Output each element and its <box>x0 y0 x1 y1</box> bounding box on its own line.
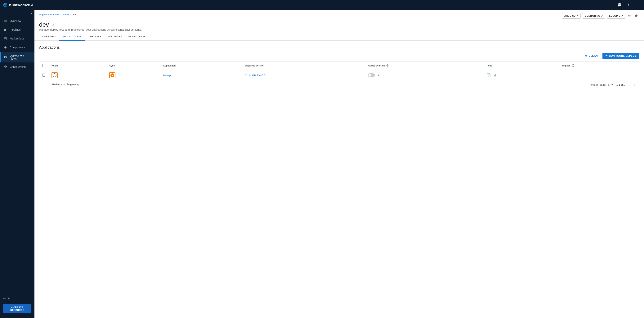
sidebar-collapse-area: ‹ <box>0 10 34 17</box>
tab-applications[interactable]: APPLICATIONS <box>59 33 84 41</box>
tab-variables[interactable]: VARIABLES <box>104 33 125 41</box>
info-button[interactable]: ℹ <box>626 2 632 8</box>
breadcrumb-demo[interactable]: demo <box>62 13 69 16</box>
sidebar-item-label-pipelines: Pipelines <box>10 28 21 31</box>
rows-per-page-control: Rows per page: 5 10 25 <box>590 83 613 86</box>
tab-pipelines[interactable]: PIPELINES <box>84 33 104 41</box>
monitoring-button[interactable]: MONITORING ↗ <box>582 13 605 19</box>
deployment-flows-icon: ⧉ <box>4 55 8 59</box>
sidebar-item-deployment-flows[interactable]: ⧉ Deployment Flows <box>0 52 34 63</box>
main-layout: ‹ ⊞ Overview ▶ Pipelines 🛒 Marketplace ◈… <box>0 10 644 318</box>
pods-terminal-icon[interactable]: 🖥 <box>493 73 496 77</box>
values-override-info-icon[interactable]: ⓘ <box>386 64 389 67</box>
row-values-cell: ↗ <box>365 70 484 81</box>
configure-deploy-icon: ✏ <box>606 54 608 57</box>
tab-overview[interactable]: OVERVIEW <box>39 33 59 41</box>
page-header-actions: ARGO CD ↗ MONITORING ↗ LOGGING ↗ ✏ 🗑 <box>562 13 640 19</box>
create-resource-label: + CREATE RESOURCE <box>6 306 29 311</box>
breadcrumb: Deployment Flows / demo / dev <box>39 13 76 16</box>
ingress-info-icon[interactable]: ⓘ <box>572 64 574 67</box>
row-checkbox-cell <box>39 70 48 81</box>
row-pods-cell: 📄 🖥 <box>484 70 559 81</box>
page-subtitle: Manage, deploy, test, and troubleshoot y… <box>39 28 640 31</box>
sidebar-item-label-marketplace: Marketplace <box>10 37 24 40</box>
rows-per-page-select[interactable]: 5 10 25 <box>607 83 613 86</box>
breadcrumb-deployment-flows[interactable]: Deployment Flows <box>39 13 60 16</box>
overview-icon: ⊞ <box>4 19 8 23</box>
row-checkbox[interactable] <box>42 74 45 77</box>
configure-deploy-button[interactable]: ✏ CONFIGURE DEPLOY <box>602 53 640 59</box>
logging-button[interactable]: LOGGING ↗ <box>607 13 626 19</box>
sidebar-settings-button[interactable]: ⚙ <box>8 297 10 300</box>
clean-icon: 🗑 <box>585 54 588 57</box>
breadcrumb-sep-2: / <box>70 13 71 16</box>
toggle-slider <box>368 73 375 77</box>
row-ingress-cell <box>559 70 639 81</box>
row-health-cell: Health status: Progressing <box>48 70 106 81</box>
values-override-cell-content: ↗ <box>368 73 480 77</box>
application-link[interactable]: fast-api <box>163 74 171 77</box>
page-title-area: dev ⧉ Manage, deploy, test, and troubles… <box>34 19 644 33</box>
sidebar-item-components[interactable]: ◈ Components <box>0 43 34 52</box>
applications-table: Health Sync Application Deployed version <box>39 62 639 81</box>
copy-title-button[interactable]: ⧉ <box>52 23 54 26</box>
clean-button[interactable]: 🗑 CLEAN <box>582 53 601 59</box>
values-override-toggle[interactable] <box>368 73 375 77</box>
health-icon-wrap[interactable] <box>52 72 58 78</box>
col-checkbox <box>39 62 48 70</box>
col-pods-label: Pods <box>487 64 492 67</box>
col-pods: Pods <box>484 62 559 70</box>
pods-list-icon[interactable]: 📄 <box>487 73 491 77</box>
values-external-link-icon[interactable]: ↗ <box>377 74 380 77</box>
breadcrumb-dev: dev <box>72 13 76 16</box>
pipelines-icon: ▶ <box>4 28 8 32</box>
sidebar-item-marketplace[interactable]: 🛒 Marketplace <box>0 34 34 43</box>
argo-cd-external-icon: ↗ <box>576 15 578 17</box>
chat-button[interactable]: 💬 <box>616 2 622 8</box>
col-health-label: Health <box>52 64 58 67</box>
logging-external-icon: ↗ <box>621 15 623 17</box>
col-sync-label: Sync <box>109 64 115 67</box>
argo-cd-label: ARGO CD <box>564 15 576 17</box>
page-edit-button[interactable]: ✏ <box>627 13 632 19</box>
sidebar-item-label-deployment-flows: Deployment Flows <box>10 54 32 60</box>
applications-section-title: Applications <box>39 45 640 50</box>
sidebar-collapse-button[interactable]: ‹ <box>31 12 32 15</box>
more-button[interactable]: ⋮ <box>635 2 641 8</box>
sidebar-bottom: ✏ ⚙ <box>0 294 34 303</box>
table-header-row: Health Sync Application Deployed version <box>39 62 639 70</box>
tab-monitoring[interactable]: MONITORING <box>125 33 148 41</box>
sync-icon-wrap[interactable]: ▶ <box>109 72 116 78</box>
select-all-checkbox[interactable] <box>42 64 45 67</box>
create-resource-button[interactable]: + CREATE RESOURCE <box>3 304 32 313</box>
table-pagination: Rows per page: 5 10 25 1–1 of 1 ‹ › <box>39 81 639 89</box>
table-row: Health status: Progressing ▶ fast-api <box>39 70 639 81</box>
health-status-wrapper: Health status: Progressing <box>52 72 58 78</box>
col-ingress-label: Ingress <box>562 64 570 67</box>
monitoring-external-icon: ↗ <box>601 15 603 17</box>
col-ingress: Ingress ⓘ <box>559 62 639 70</box>
col-deployed-version-label: Deployed version <box>245 64 264 67</box>
pagination-next-button[interactable]: › <box>634 82 636 87</box>
sync-arrow-icon: ▶ <box>110 73 114 77</box>
monitoring-label: MONITORING <box>585 15 600 17</box>
applications-toolbar: 🗑 CLEAN ✏ CONFIGURE DEPLOY <box>39 53 640 59</box>
page-delete-button[interactable]: 🗑 <box>634 13 640 19</box>
content-area: Deployment Flows / demo / dev ARGO CD ↗ … <box>34 10 644 318</box>
version-link[interactable]: 0.1.0-SNAPSHOT.1 <box>245 74 267 77</box>
logo-icon <box>3 3 8 7</box>
breadcrumb-sep-1: / <box>61 13 62 16</box>
col-sync: Sync <box>106 62 160 70</box>
configure-deploy-label: CONFIGURE DEPLOY <box>609 54 636 57</box>
row-version-cell: 0.1.0-SNAPSHOT.1 <box>242 70 365 81</box>
sidebar-edit-button[interactable]: ✏ <box>3 297 6 300</box>
sidebar-item-overview[interactable]: ⊞ Overview <box>0 17 34 25</box>
content-body: Applications 🗑 CLEAN ✏ CONFIGURE DEPLOY <box>34 41 644 318</box>
argo-cd-button[interactable]: ARGO CD ↗ <box>562 13 581 19</box>
app-title: KubeRocketCI <box>9 3 33 7</box>
row-sync-cell: ▶ <box>106 70 160 81</box>
sidebar-item-label-components: Components <box>10 46 25 49</box>
pagination-prev-button[interactable]: ‹ <box>628 82 630 87</box>
sidebar-item-configuration[interactable]: ⚙ Configuration <box>0 63 34 71</box>
sidebar-item-pipelines[interactable]: ▶ Pipelines <box>0 25 34 34</box>
